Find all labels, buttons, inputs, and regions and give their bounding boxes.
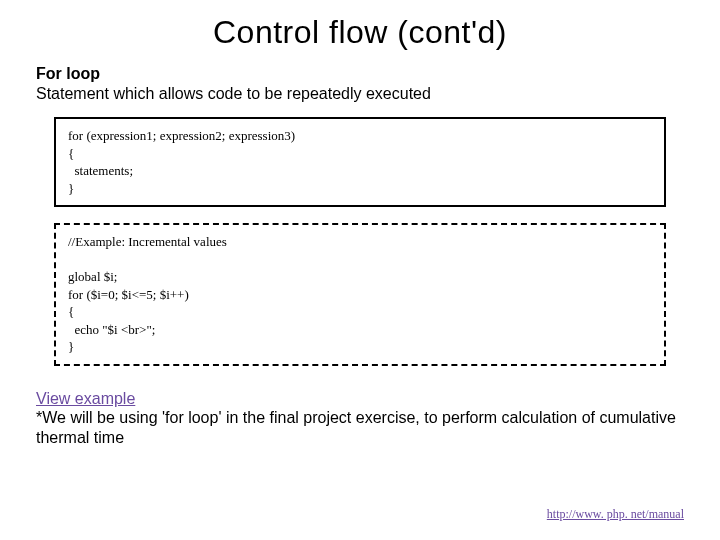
example-code: //Example: Incremental values global $i;… bbox=[68, 233, 652, 356]
syntax-box: for (expression1; expression2; expressio… bbox=[54, 117, 666, 207]
section-description: Statement which allows code to be repeat… bbox=[36, 85, 684, 103]
footer-link[interactable]: http://www. php. net/manual bbox=[547, 507, 684, 522]
example-box: //Example: Incremental values global $i;… bbox=[54, 223, 666, 366]
section-subheading: For loop bbox=[36, 65, 684, 83]
note-text: *We will be using 'for loop' in the fina… bbox=[36, 408, 684, 448]
slide-title: Control flow (cont'd) bbox=[36, 14, 684, 51]
syntax-code: for (expression1; expression2; expressio… bbox=[68, 127, 652, 197]
view-example-link[interactable]: View example bbox=[36, 390, 135, 408]
